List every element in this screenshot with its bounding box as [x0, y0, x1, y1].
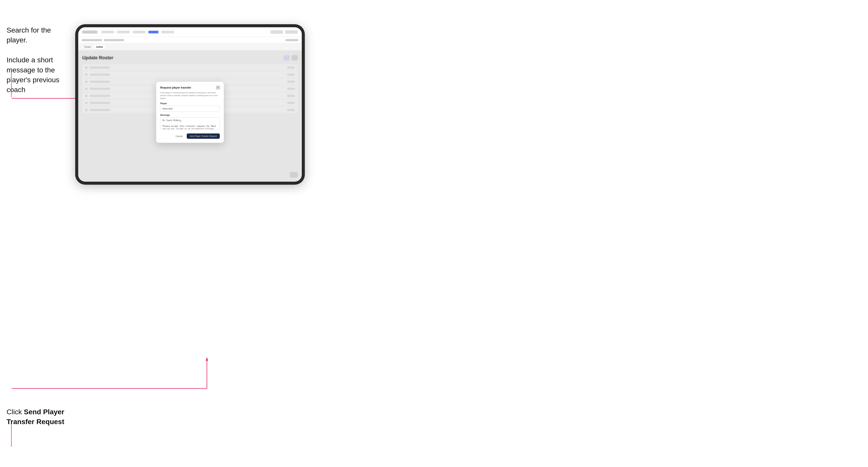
tablet-screen: Roster Active Update Roster	[78, 27, 302, 182]
breadcrumb-2	[104, 39, 124, 41]
modal-close-button[interactable]: ✕	[216, 86, 220, 89]
annotation-bold: Send Player Transfer Request	[6, 408, 64, 426]
annotation-search-text: Search for the player.	[6, 25, 72, 45]
modal-overlay: Request player transfer ✕ If the player …	[78, 51, 302, 182]
nav-item-active	[148, 31, 158, 33]
modal-footer: Cancel Send Player Transfer Request	[160, 133, 220, 139]
nav-item-2	[117, 31, 130, 33]
message-textarea[interactable]: Hi Coach McHarg, Please accept this tran…	[160, 117, 220, 129]
modal-title: Request player transfer	[160, 86, 191, 89]
annotation-bottom: Click Send Player Transfer Request	[6, 407, 72, 427]
tab-2-active: Active	[94, 45, 105, 49]
tab-1: Roster	[82, 45, 94, 49]
tablet-outer: Roster Active Update Roster	[75, 24, 305, 185]
modal-header: Request player transfer ✕	[160, 86, 220, 89]
main-content: Update Roster	[78, 51, 302, 182]
header-right	[271, 30, 298, 34]
player-label: Player	[160, 102, 220, 105]
app-header	[78, 27, 302, 37]
breadcrumb-right	[286, 39, 298, 41]
annotation-bottom-text: Click Send Player Transfer Request	[6, 407, 72, 427]
message-label: Message	[160, 114, 220, 116]
modal-description: If the player is transferring from anoth…	[160, 91, 220, 100]
transfer-request-modal: Request player transfer ✕ If the player …	[156, 82, 224, 143]
breadcrumb-bar	[78, 37, 302, 43]
tab-bar: Roster Active	[78, 43, 302, 51]
tablet-device: Roster Active Update Roster	[75, 24, 305, 185]
nav-item-5	[161, 31, 174, 33]
breadcrumb-1	[82, 39, 102, 41]
annotation-line-2	[11, 424, 11, 447]
nav-item-1	[101, 31, 114, 33]
send-transfer-request-button[interactable]: Send Player Transfer Request	[187, 133, 220, 139]
annotation-search: Search for the player. Include a short m…	[6, 25, 72, 95]
header-btn-1	[271, 30, 283, 34]
header-nav	[101, 31, 271, 33]
header-logo	[82, 31, 97, 34]
player-input[interactable]	[160, 106, 220, 112]
svg-marker-4	[206, 357, 208, 361]
cancel-button[interactable]: Cancel	[174, 134, 185, 138]
annotation-message-text: Include a short message to the player's …	[6, 55, 72, 95]
annotation-line-1	[11, 68, 11, 97]
header-btn-2	[285, 30, 298, 34]
nav-item-3	[133, 31, 145, 33]
